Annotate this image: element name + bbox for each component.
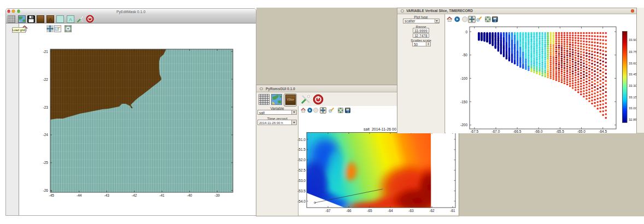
svg-text:-53.0: -53.0 (297, 179, 306, 182)
svg-text:-200: -200 (460, 123, 467, 127)
svg-text:-23: -23 (43, 105, 49, 109)
svg-text:-53.5: -53.5 (297, 189, 306, 193)
svg-text:-100: -100 (460, 76, 467, 80)
svg-text:-62: -62 (429, 209, 435, 213)
svg-text:-50: -50 (462, 53, 468, 57)
svg-text:-22: -22 (43, 78, 49, 81)
svg-text:-44: -44 (77, 193, 82, 197)
svg-text:-51.5: -51.5 (297, 148, 306, 151)
svg-text:-43: -43 (104, 193, 109, 197)
svg-text:33.15: 33.15 (629, 95, 636, 98)
svg-text:-39: -39 (215, 193, 220, 197)
svg-text:-66.5: -66.5 (513, 129, 522, 133)
svg-text:0: 0 (465, 30, 467, 33)
svg-text:-61: -61 (450, 209, 455, 213)
svg-text:-150: -150 (460, 99, 467, 103)
svg-text:33.60: 33.60 (629, 62, 636, 65)
svg-text:32.85: 32.85 (629, 117, 636, 121)
svg-text:-65: -65 (367, 209, 372, 213)
svg-text:-66: -66 (346, 209, 352, 213)
svg-text:-63: -63 (408, 209, 414, 213)
svg-text:-21: -21 (43, 50, 49, 54)
svg-text:-67: -67 (325, 209, 331, 213)
svg-text:33.00: 33.00 (629, 107, 636, 110)
svg-text:-45: -45 (49, 193, 54, 197)
svg-text:-24: -24 (43, 133, 49, 137)
svg-text:-54.0: -54.0 (297, 199, 306, 203)
svg-text:-65.0: -65.0 (577, 129, 586, 133)
svg-text:-64: -64 (388, 209, 393, 213)
svg-text:-67.5: -67.5 (470, 129, 478, 133)
svg-text:-40: -40 (187, 193, 192, 197)
svg-text:salt 2014-11-26 00: salt 2014-11-26 00 (364, 127, 396, 131)
svg-text:33.90: 33.90 (629, 38, 636, 41)
svg-text:-64.5: -64.5 (599, 129, 607, 133)
svg-text:33.75: 33.75 (629, 50, 636, 54)
svg-text:33.30: 33.30 (629, 84, 636, 87)
svg-text:33.45: 33.45 (629, 73, 636, 76)
svg-text:-67.0: -67.0 (492, 129, 500, 133)
svg-text:-52.5: -52.5 (297, 168, 306, 172)
svg-text:-42: -42 (132, 193, 137, 197)
svg-text:-52.0: -52.0 (297, 158, 306, 162)
svg-text:-66.0: -66.0 (535, 129, 543, 133)
svg-text:-65.5: -65.5 (556, 129, 564, 133)
svg-text:-25: -25 (43, 161, 49, 164)
svg-text:-41: -41 (160, 193, 165, 197)
svg-text:-51.0: -51.0 (297, 138, 306, 142)
svg-text:-26: -26 (43, 188, 49, 192)
